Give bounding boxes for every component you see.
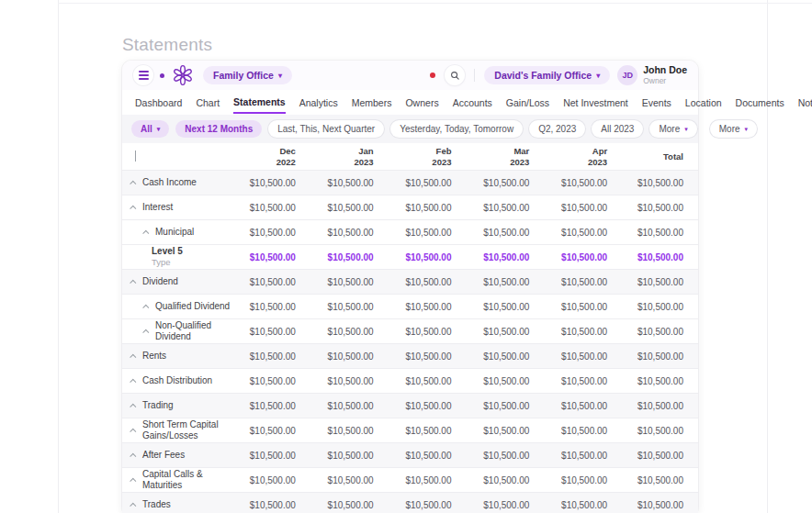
row-label-cell: Non-Qualified Dividend <box>122 320 231 342</box>
row-label-cell: Rents <box>122 351 231 362</box>
table-row-rents: Rents$10,500.00$10,500.00$10,500.00$10,5… <box>122 343 698 368</box>
tab-notes[interactable]: Notes <box>798 92 812 113</box>
chevron-up-icon[interactable] <box>130 452 136 459</box>
chevron-up-icon[interactable] <box>130 502 136 508</box>
value-cell: $10,500.00 <box>231 277 309 287</box>
chevron-up-icon[interactable] <box>130 180 136 186</box>
value-cell: $10,500.00 <box>620 475 698 485</box>
table-row-non-qualified-dividend: Non-Qualified Dividend$10,500.00$10,500.… <box>122 318 698 343</box>
value-cell: $10,500.00 <box>387 252 465 262</box>
row-label-text: After Fees <box>142 450 185 461</box>
filter-pill-q2-2023[interactable]: Q2, 2023 <box>529 120 585 138</box>
tab-net-investment[interactable]: Net Investment <box>563 92 628 113</box>
value-cell: $10,500.00 <box>231 500 309 510</box>
filter-pill-more[interactable]: More▾ <box>710 120 757 138</box>
column-header-line2: 2023 <box>387 157 452 168</box>
tab-statements[interactable]: Statements <box>233 91 286 114</box>
value-cell: $10,500.00 <box>542 203 620 213</box>
chevron-up-icon[interactable] <box>142 329 149 335</box>
collapse-all-control[interactable] <box>122 151 231 162</box>
filter-pill-next-12-months[interactable]: Next 12 Months <box>175 120 262 138</box>
value-cell: $10,500.00 <box>542 376 620 386</box>
value-cell: $10,500.00 <box>542 351 620 362</box>
row-label: Short Term Capital Gains/Losses <box>142 419 231 441</box>
chevron-up-icon[interactable] <box>130 205 136 211</box>
alert-dot <box>430 72 435 78</box>
chevron-up-icon[interactable] <box>142 304 149 310</box>
chevron-up-icon[interactable] <box>130 403 136 409</box>
row-label-cell: Trading <box>122 400 231 411</box>
tab-location[interactable]: Location <box>685 92 722 113</box>
value-cell: $10,500.00 <box>620 451 698 461</box>
tab-documents[interactable]: Documents <box>736 92 784 113</box>
value-cell: $10,500.00 <box>465 203 543 213</box>
row-label-cell: Qualified Dividend <box>122 301 231 312</box>
filter-pill-label: Yesterday, Today, Tomorrow <box>400 124 513 134</box>
table-row-level-5: Level 5Type$10,500.00$10,500.00$10,500.0… <box>122 244 698 269</box>
value-cell: $10,500.00 <box>231 426 309 436</box>
value-cell: $10,500.00 <box>309 500 387 510</box>
column-header-apr-2023: Apr2023 <box>542 146 620 168</box>
filter-pill-all-2023[interactable]: All 2023 <box>592 120 643 138</box>
value-cell: $10,500.00 <box>387 426 465 436</box>
tab-chart[interactable]: Chart <box>196 92 220 113</box>
filter-pill-all[interactable]: All▾ <box>131 120 169 138</box>
value-cell: $10,500.00 <box>309 277 387 287</box>
row-label: Dividend <box>142 276 178 287</box>
filter-pill-label: All <box>141 124 152 134</box>
value-cell: $10,500.00 <box>231 252 309 262</box>
chevron-down-icon: ▾ <box>684 126 688 133</box>
avatar[interactable]: JD <box>617 65 637 85</box>
chevron-up-icon[interactable] <box>130 477 136 484</box>
user-block: John Doe Owner <box>643 65 687 85</box>
column-header-total: Total <box>620 151 698 162</box>
chevron-up-icon[interactable] <box>130 279 136 285</box>
chevron-up-icon[interactable] <box>130 353 136 360</box>
tab-members[interactable]: Members <box>352 92 392 113</box>
tab-accounts[interactable]: Accounts <box>453 92 492 113</box>
filter-pill-last-this-next-quarter[interactable]: Last, This, Next Quarter <box>268 120 384 138</box>
search-button[interactable] <box>445 65 465 85</box>
filter-pill-label: Next 12 Months <box>185 124 253 134</box>
value-cell: $10,500.00 <box>309 178 387 188</box>
table-header-row: Dec2022Jan2023Feb2023Mar2023Apr2023Total <box>122 143 698 170</box>
value-cell: $10,500.00 <box>542 302 620 312</box>
value-cell: $10,500.00 <box>465 500 543 510</box>
chevron-up-icon[interactable] <box>130 428 136 434</box>
row-sublabel: Type <box>152 257 183 267</box>
filter-pill-yesterday-today-tomorrow[interactable]: Yesterday, Today, Tomorrow <box>390 120 523 138</box>
row-label: Municipal <box>155 227 194 238</box>
tab-analytics[interactable]: Analytics <box>299 92 338 113</box>
row-label: Capital Calls & Maturities <box>142 469 231 491</box>
filter-pill-more[interactable]: More▾ <box>649 120 696 138</box>
row-label-cell: Dividend <box>122 276 231 287</box>
value-cell: $10,500.00 <box>309 351 387 362</box>
tab-dashboard[interactable]: Dashboard <box>135 92 182 113</box>
row-label-text: Capital Calls & Maturities <box>142 469 231 491</box>
row-label-text: Interest <box>142 202 173 213</box>
chevron-up-icon[interactable] <box>142 229 149 236</box>
chevron-up-icon[interactable] <box>130 378 136 385</box>
table-row-trades: Trades$10,500.00$10,500.00$10,500.00$10,… <box>122 492 698 513</box>
filter-pill-label: Last, This, Next Quarter <box>277 124 375 134</box>
menu-icon[interactable] <box>133 65 153 85</box>
value-cell: $10,500.00 <box>542 500 620 510</box>
value-cell: $10,500.00 <box>542 252 620 262</box>
value-cell: $10,500.00 <box>542 426 620 436</box>
row-label-text: Qualified Dividend <box>155 301 230 312</box>
column-header-line1: Mar <box>465 146 530 157</box>
tab-owners[interactable]: Owners <box>405 92 438 113</box>
row-label-cell: Interest <box>122 202 231 213</box>
org-switcher-pill[interactable]: Family Office ▾ <box>203 66 292 84</box>
value-cell: $10,500.00 <box>387 203 465 213</box>
value-cell: $10,500.00 <box>620 351 698 362</box>
tab-gain-loss[interactable]: Gain/Loss <box>506 92 549 113</box>
account-switcher-pill[interactable]: David's Family Office ▾ <box>484 66 610 84</box>
tab-events[interactable]: Events <box>642 92 671 113</box>
row-label-text: Cash Income <box>142 177 197 188</box>
purple-status-dot <box>160 73 164 78</box>
canvas-left-edge <box>58 0 59 513</box>
value-cell: $10,500.00 <box>542 451 620 461</box>
column-header-feb-2023: Feb2023 <box>387 146 465 168</box>
chevron-down-icon: ▾ <box>596 72 600 80</box>
